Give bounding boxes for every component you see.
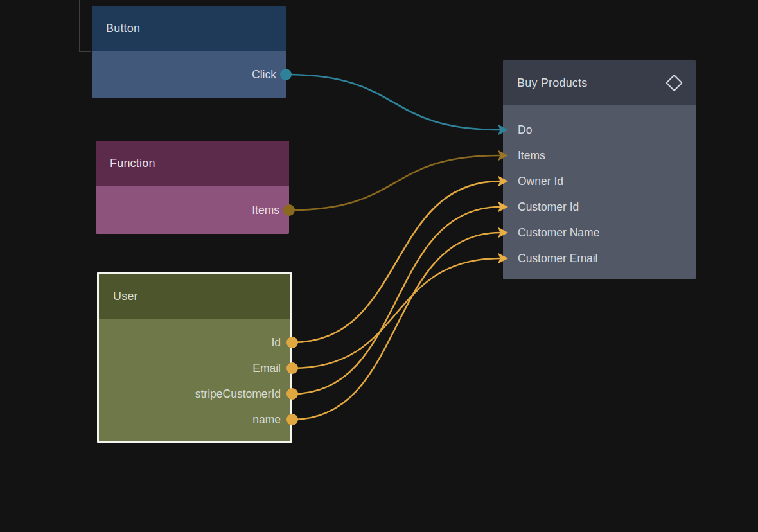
output-port-button-click[interactable]: [280, 69, 292, 80]
node-title: Button: [106, 22, 140, 35]
connection-user.email-buy-products.customer-email[interactable]: [292, 258, 500, 368]
input-label-owner-id: Owner Id: [518, 172, 563, 190]
canvas-guide-line: [80, 0, 91, 51]
input-label-customer-name: Customer Name: [518, 224, 599, 242]
output-label-items: Items: [252, 201, 279, 219]
output-label-stripecustomerid: stripeCustomerId: [195, 385, 281, 403]
node-header-buy-products[interactable]: Buy Products: [503, 60, 696, 105]
output-port-function-items[interactable]: [283, 204, 295, 216]
output-port-user-email[interactable]: [286, 362, 298, 374]
output-port-user-name[interactable]: [286, 414, 298, 425]
output-label-id: Id: [271, 333, 281, 351]
output-port-user-stripecustomerid[interactable]: [286, 388, 298, 400]
node-header-function[interactable]: Function: [96, 141, 289, 186]
connection-function.items-buy-products.items[interactable]: [289, 155, 500, 210]
node-header-button[interactable]: Button: [92, 6, 286, 51]
output-label-click: Click: [252, 66, 276, 84]
node-header-user[interactable]: User: [99, 274, 290, 319]
node-button[interactable]: ButtonClick: [92, 6, 286, 98]
node-title: Function: [110, 157, 155, 170]
node-title: Buy Products: [517, 76, 587, 90]
connection-button.click-buy-products.do[interactable]: [286, 75, 500, 130]
input-label-customer-email: Customer Email: [518, 249, 597, 267]
input-label-customer-id: Customer Id: [518, 198, 579, 216]
output-label-name: name: [252, 411, 281, 429]
output-port-user-id[interactable]: [286, 337, 298, 348]
node-function[interactable]: FunctionItems: [96, 141, 289, 234]
connection-user.stripecustomerid-buy-products.customer-id[interactable]: [292, 207, 500, 394]
node-user[interactable]: UserIdEmailstripeCustomerIdname: [97, 272, 292, 443]
output-label-email: Email: [252, 359, 281, 377]
node-buy-products[interactable]: Buy ProductsDoItemsOwner IdCustomer IdCu…: [503, 60, 696, 279]
input-label-do: Do: [518, 121, 532, 139]
diamond-icon: [665, 75, 683, 92]
node-title: User: [113, 290, 138, 303]
node-editor-canvas[interactable]: ButtonClickFunctionItemsUserIdEmailstrip…: [0, 0, 758, 532]
input-label-items: Items: [518, 146, 545, 164]
